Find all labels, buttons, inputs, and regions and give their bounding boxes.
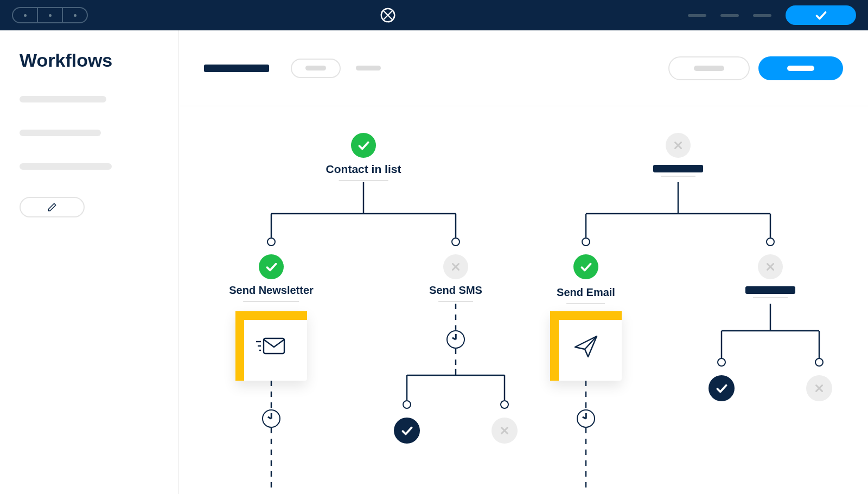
node-label-placeholder bbox=[653, 165, 703, 172]
content-toolbar bbox=[179, 30, 868, 106]
status-x-icon[interactable] bbox=[443, 254, 468, 279]
node-label: Send Email bbox=[557, 286, 615, 304]
topbar-placeholder bbox=[753, 14, 771, 17]
node-label: Contact in list bbox=[326, 163, 401, 181]
status-check-icon[interactable] bbox=[259, 254, 284, 279]
branch-socket[interactable] bbox=[451, 238, 460, 246]
sidebar-item[interactable] bbox=[20, 130, 101, 136]
pencil-icon bbox=[47, 202, 57, 212]
topbar-placeholder bbox=[688, 14, 706, 17]
clock-icon bbox=[577, 409, 595, 428]
action-card-newsletter[interactable] bbox=[235, 311, 307, 381]
branch-socket[interactable] bbox=[815, 358, 824, 367]
newsletter-icon bbox=[255, 334, 288, 358]
sidebar: Workflows bbox=[0, 30, 179, 494]
branch-socket[interactable] bbox=[766, 238, 775, 246]
edit-button[interactable] bbox=[20, 197, 85, 217]
branch-socket[interactable] bbox=[403, 400, 411, 409]
paper-plane-icon bbox=[572, 332, 600, 360]
app-topbar bbox=[0, 0, 868, 30]
app-logo-icon bbox=[380, 7, 396, 23]
clock-icon bbox=[262, 409, 280, 428]
status-check-dark-icon[interactable] bbox=[394, 418, 420, 444]
branch-socket[interactable] bbox=[717, 358, 726, 367]
status-x-icon[interactable] bbox=[806, 375, 832, 401]
status-x-icon[interactable] bbox=[666, 133, 691, 158]
node-label-placeholder bbox=[745, 286, 795, 294]
svg-rect-2 bbox=[264, 338, 284, 354]
svg-line-17 bbox=[585, 336, 597, 349]
clock-icon bbox=[446, 330, 465, 349]
primary-action-button[interactable] bbox=[758, 56, 843, 80]
branch-socket[interactable] bbox=[582, 238, 590, 246]
status-x-icon[interactable] bbox=[492, 418, 518, 444]
status-check-icon[interactable] bbox=[351, 133, 376, 158]
node-label: Send Newsletter bbox=[229, 284, 314, 302]
status-x-icon[interactable] bbox=[758, 254, 783, 279]
action-card-email[interactable] bbox=[550, 311, 622, 381]
secondary-action-button[interactable] bbox=[668, 56, 750, 80]
topbar-placeholder bbox=[720, 14, 739, 17]
status-check-icon[interactable] bbox=[573, 254, 598, 279]
sidebar-title: Workflows bbox=[20, 50, 159, 71]
status-check-dark-icon[interactable] bbox=[709, 375, 735, 401]
sidebar-item[interactable] bbox=[20, 96, 106, 102]
window-controls[interactable] bbox=[12, 7, 88, 23]
tab-tertiary[interactable] bbox=[356, 66, 381, 70]
node-label: Send SMS bbox=[429, 284, 482, 302]
branch-socket[interactable] bbox=[267, 238, 276, 246]
workflow-canvas[interactable]: Contact in list Send Newsletter bbox=[179, 106, 868, 494]
confirm-button[interactable] bbox=[786, 5, 856, 25]
tab-secondary[interactable] bbox=[291, 59, 341, 78]
branch-socket[interactable] bbox=[500, 400, 509, 409]
tab-active[interactable] bbox=[204, 65, 269, 72]
sidebar-item[interactable] bbox=[20, 163, 112, 170]
